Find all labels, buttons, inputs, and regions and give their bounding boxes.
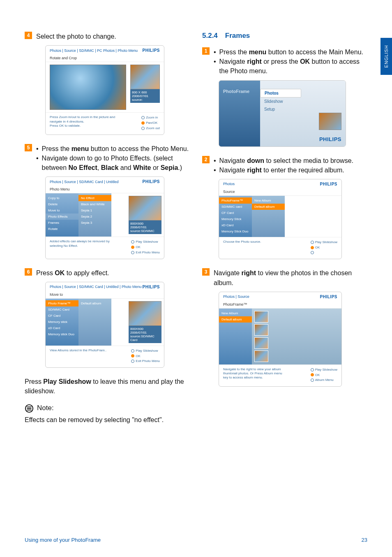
philips-logo: PHILIPS: [320, 182, 337, 186]
effect-sepia2: Sepia 2: [78, 214, 111, 220]
album-thumb: [254, 311, 268, 323]
bullet-dot: •: [36, 153, 39, 172]
mm-title: PhotoFrame: [219, 81, 260, 146]
philips-logo: PHILIPS: [143, 48, 160, 53]
page-number: 23: [362, 537, 367, 543]
note-text: Effects can be removed by selecting "no …: [25, 415, 190, 425]
screenshot-photo-effects: Photos | Source | SD/MMC Card | Untitled…: [45, 176, 164, 259]
philips-logo: PHILIPS: [143, 285, 160, 289]
ss1-breadcrumb: Photos | Source | SD/MMC | PC Photos | P…: [50, 49, 138, 53]
screenshot-move-to: Photos | Source | SD/MMC Card | Untitled…: [45, 282, 164, 368]
menu-copy-to: Copy to: [46, 195, 78, 201]
menu-rotate: Rotate: [46, 226, 78, 232]
screenshot-album: Photos | Source PHILIPS PhotoFrame™ New …: [219, 292, 342, 387]
menu-move-to: Move to: [46, 207, 78, 214]
screenshot-rotate-crop: Photos | Source | SD/MMC | PC Photos | P…: [45, 45, 164, 135]
ss1-hint3: Press OK to validate.: [50, 124, 115, 128]
mm-preview: [319, 113, 341, 130]
album-thumb: [254, 324, 268, 336]
philips-logo: PHILIPS: [143, 179, 160, 184]
ss3-breadcrumb: Photos | Source | SD/MMC Card | Untitled…: [50, 285, 141, 289]
photo-preview-small: [130, 65, 160, 89]
effect-sepia1: Sepia 1: [78, 207, 111, 214]
album-thumb: [254, 337, 268, 349]
step-6-text: Press OK to apply effect.: [36, 268, 190, 278]
step-2-badge: 2: [202, 156, 210, 163]
step5-bullet1: Press the menu button to access the Phot…: [42, 144, 190, 153]
screenshot-source: Photos PHILIPS Source PhotoFrame™ SD/MMC…: [219, 179, 342, 259]
step1-bullet2: Navigate right or press the OK button to…: [219, 57, 367, 76]
bullet-dot: •: [36, 144, 39, 153]
ss1-zoomout: Zoom out: [146, 126, 160, 130]
philips-logo: PHILIPS: [319, 136, 341, 142]
ss1-hint2: navigate in 4 directions.: [50, 120, 115, 124]
slideshow-instruction: Press Play Slideshow to leave this menu …: [25, 377, 190, 396]
step1-bullet1: Press the menu button to access the Main…: [219, 47, 367, 57]
album-thumb: [254, 350, 268, 362]
page-footer: Using more of your PhotoFrame 23: [25, 537, 367, 543]
screenshot-main-menu: PhotoFrame Photos Slideshow Setup PHILIP…: [219, 80, 346, 147]
step5-bullet2: Navigate down to go to Photo Effects. (s…: [42, 153, 190, 172]
ss1-sub: Rotate and Crop: [46, 54, 164, 62]
step-4-badge: 4: [25, 32, 32, 39]
ss1-panok: Pan/OK: [146, 121, 157, 125]
menu-delete: Delete: [46, 201, 78, 207]
photo-preview: [129, 196, 161, 220]
thumb-date: 2006/07/01: [132, 94, 158, 98]
ss3-sub: Move to: [46, 291, 164, 299]
step2-bullet2: Navigate right to enter the required alb…: [219, 165, 367, 175]
photo-preview: [129, 301, 161, 326]
ss1-zoomin: Zoom in: [146, 116, 158, 119]
right-column: 5.2.4Frames 1 • Press the menu button to…: [202, 32, 367, 429]
src-photoframe: Photo Frame™: [46, 300, 78, 306]
step-3-text: Navigate right to view the photos in the…: [214, 268, 367, 287]
note-label: Note:: [37, 403, 54, 413]
step-5-badge: 5: [25, 144, 32, 151]
note-icon: [25, 404, 34, 413]
thumb-dim: 800 X 600: [132, 91, 158, 94]
thumb-source: source:: [132, 98, 158, 102]
step-4-text: Select the photo to change.: [36, 32, 190, 41]
language-label: ENGLISH: [384, 45, 389, 67]
svg-rect-1: [27, 408, 32, 409]
mm-setup: Setup: [260, 105, 301, 113]
ss1-hint1: Press Zoom in/out to zoom in the picture…: [50, 115, 115, 119]
effect-sepia3: Sepia 3: [78, 220, 111, 226]
mm-photos: Photos: [260, 89, 301, 97]
ss2-sub: Photo Menu: [46, 186, 164, 193]
left-column: 4 Select the photo to change. Photos | S…: [25, 32, 190, 429]
step-6-badge: 6: [25, 268, 32, 276]
menu-photo-effects: Photo Effects: [46, 214, 78, 220]
effect-no-effect: No Effect: [78, 195, 111, 201]
section-heading: 5.2.4Frames: [202, 32, 367, 40]
svg-rect-3: [27, 410, 32, 411]
svg-rect-2: [27, 406, 32, 407]
menu-frames: Frames: [46, 220, 78, 226]
language-tab: ENGLISH: [380, 38, 392, 75]
effect-bw: Black and White: [78, 201, 111, 207]
ss2-breadcrumb: Photos | Source | SD/MMC Card | Untitled: [50, 180, 119, 184]
step2-bullet1: Navigate down to select the media to bro…: [219, 156, 367, 165]
step-3-badge: 3: [202, 268, 210, 276]
footer-left: Using more of your PhotoFrame: [25, 537, 101, 543]
mm-slideshow: Slideshow: [260, 97, 301, 105]
photo-preview-large: [50, 65, 126, 110]
step-1-badge: 1: [202, 47, 210, 55]
philips-logo: PHILIPS: [320, 295, 337, 299]
